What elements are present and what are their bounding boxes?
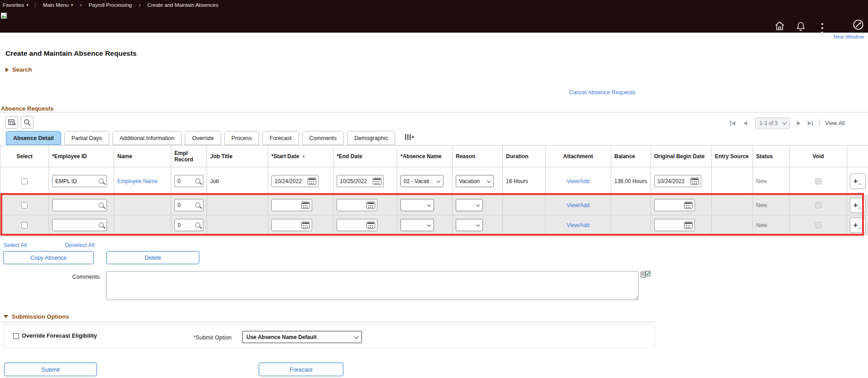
- view-all-link[interactable]: View All: [825, 120, 845, 126]
- reason-select[interactable]: [456, 219, 483, 231]
- chevron-down-icon: [476, 203, 480, 206]
- calendar-icon[interactable]: [301, 202, 310, 209]
- comments-textarea[interactable]: [106, 271, 639, 300]
- end-date-input[interactable]: [337, 219, 377, 231]
- last-page-button[interactable]: [808, 121, 813, 126]
- favorites-menu[interactable]: Favorites▾: [3, 2, 29, 8]
- show-all-columns-icon[interactable]: [405, 134, 415, 142]
- tab-absence-detail[interactable]: Absence Detail: [6, 131, 61, 145]
- add-rows-button[interactable]: +...: [850, 174, 866, 189]
- chevron-down-icon: [782, 120, 787, 125]
- employee-id-input[interactable]: [52, 199, 107, 211]
- main-menu[interactable]: Main Menu▾: [43, 2, 73, 8]
- favorites-label: Favorites: [3, 2, 24, 8]
- balance-value: 136.00 Hours: [614, 178, 647, 184]
- navbar-compass-icon[interactable]: [853, 19, 864, 32]
- grid-action-menu-icon: [8, 119, 16, 126]
- empl-record-input[interactable]: 0: [174, 199, 203, 211]
- more-actions-kebab-icon[interactable]: [820, 23, 824, 33]
- grid-action-menu-button[interactable]: [5, 116, 18, 129]
- lookup-search-icon[interactable]: [195, 179, 200, 184]
- reason-select[interactable]: Vacation: [456, 175, 494, 187]
- lookup-search-icon[interactable]: [99, 179, 104, 184]
- employee-id-input[interactable]: EMPL ID: [52, 175, 107, 187]
- cancel-absence-requests-link[interactable]: Cancel Absence Requests: [569, 89, 636, 96]
- breadcrumb-payroll-processing[interactable]: Payroll Processing: [89, 2, 132, 8]
- previous-page-button[interactable]: [743, 121, 747, 126]
- start-date-input[interactable]: [271, 219, 312, 231]
- spell-check-icon[interactable]: [641, 271, 651, 280]
- col-duration: Duration: [503, 145, 545, 167]
- calendar-icon[interactable]: [308, 178, 316, 185]
- col-job-title: Job Title: [207, 145, 268, 167]
- new-window-link[interactable]: New Window: [834, 34, 864, 39]
- col-attachment: Attachment: [545, 145, 611, 167]
- delete-button[interactable]: Delete: [106, 251, 199, 264]
- next-page-button[interactable]: [797, 121, 800, 126]
- lookup-search-icon[interactable]: [195, 203, 200, 208]
- lookup-search-icon[interactable]: [99, 203, 104, 208]
- notifications-bell-icon[interactable]: [796, 21, 806, 33]
- row-select-checkbox[interactable]: [21, 178, 28, 184]
- page-range-dropdown[interactable]: 1-3 of 3: [755, 117, 790, 129]
- submit-option-select[interactable]: Use Absence Name Default: [242, 331, 362, 343]
- attachment-view-add-link[interactable]: View/Add: [567, 222, 589, 228]
- deselect-all-link[interactable]: Deselect All: [65, 242, 94, 248]
- row-select-checkbox[interactable]: [21, 222, 28, 228]
- end-date-input[interactable]: [337, 199, 377, 211]
- divider: [820, 120, 820, 127]
- table-row: 0 View/Add New +...: [0, 195, 868, 215]
- empl-record-input[interactable]: 0: [174, 175, 203, 187]
- tab-additional-information[interactable]: Additional Information: [112, 131, 182, 145]
- zoom-grid-button[interactable]: [21, 116, 34, 129]
- calendar-icon[interactable]: [684, 222, 693, 229]
- calendar-icon[interactable]: [690, 178, 699, 185]
- original-begin-date-input[interactable]: [654, 219, 695, 231]
- original-begin-date-input[interactable]: 10/24/2022: [654, 175, 701, 187]
- employee-id-input[interactable]: [52, 219, 107, 231]
- submission-options-collapsible[interactable]: Submission Options: [4, 313, 69, 320]
- lookup-search-icon[interactable]: [195, 223, 200, 228]
- tab-demographic[interactable]: Demographic: [347, 131, 395, 145]
- original-begin-date-input[interactable]: [654, 199, 695, 211]
- reason-select[interactable]: [456, 199, 483, 211]
- row-select-checkbox[interactable]: [21, 202, 28, 208]
- calendar-icon[interactable]: [684, 202, 693, 209]
- end-date-input[interactable]: 10/25/2022: [337, 175, 384, 187]
- lookup-search-icon[interactable]: [99, 223, 104, 228]
- chevron-down-icon: [354, 334, 359, 339]
- tab-forecast[interactable]: Forecast: [262, 131, 299, 145]
- calendar-icon[interactable]: [366, 202, 375, 209]
- tab-partial-days[interactable]: Partial Days: [64, 131, 109, 145]
- first-page-button[interactable]: [730, 121, 735, 126]
- attachment-view-add-link[interactable]: View/Add: [567, 202, 589, 208]
- override-forecast-eligibility-checkbox[interactable]: [13, 333, 19, 339]
- add-rows-button[interactable]: +...: [850, 198, 866, 213]
- chevron-down-icon: [476, 223, 480, 226]
- select-all-link[interactable]: Select All: [4, 242, 27, 248]
- empl-record-input[interactable]: 0: [174, 219, 203, 231]
- absence-name-select[interactable]: [400, 199, 434, 211]
- col-empl-record: Empl Record: [171, 145, 207, 167]
- start-date-input[interactable]: 10/24/2022: [271, 175, 318, 187]
- col-start-date[interactable]: *Start Date▲: [268, 145, 333, 167]
- submit-button[interactable]: Submit: [4, 363, 97, 376]
- status-value: New: [756, 178, 767, 184]
- absence-name-select[interactable]: [400, 219, 434, 231]
- calendar-icon[interactable]: [373, 178, 381, 185]
- forecast-button[interactable]: Forecast: [259, 363, 343, 376]
- start-date-input[interactable]: [271, 199, 312, 211]
- search-collapsible[interactable]: Search: [5, 66, 32, 73]
- tab-comments[interactable]: Comments: [302, 131, 344, 145]
- home-icon[interactable]: [774, 21, 785, 33]
- calendar-icon[interactable]: [366, 222, 375, 229]
- tab-override[interactable]: Override: [185, 131, 221, 145]
- attachment-view-add-link[interactable]: View/Add: [567, 178, 589, 184]
- add-rows-button[interactable]: +...: [850, 218, 866, 233]
- tab-process[interactable]: Process: [224, 131, 259, 145]
- employee-name-link[interactable]: Employee Name: [117, 178, 158, 184]
- absence-name-select[interactable]: 02 - Vacati: [400, 175, 444, 187]
- calendar-icon[interactable]: [301, 222, 310, 229]
- breadcrumb-create-maintain-absences[interactable]: Create and Maintain Absences: [147, 2, 218, 8]
- copy-absence-button[interactable]: Copy Absence: [3, 251, 94, 264]
